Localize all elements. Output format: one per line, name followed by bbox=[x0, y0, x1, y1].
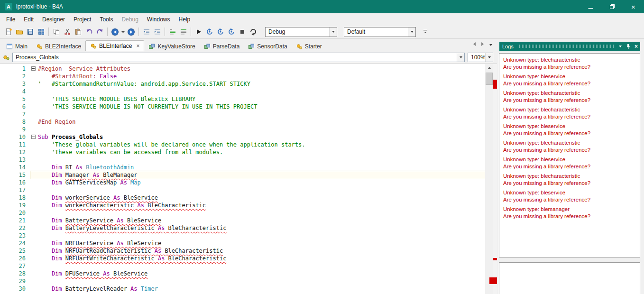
code-editor[interactable]: 1#Region Service Attributes2 #StartAtBoo… bbox=[0, 64, 497, 294]
code-line[interactable]: 19 Dim workerCharacteristic As BleCharac… bbox=[4, 202, 485, 209]
code-line[interactable]: 28 Dim DFUService As BleService bbox=[4, 270, 485, 277]
redo-icon[interactable] bbox=[94, 27, 105, 37]
code-line[interactable]: 23 bbox=[4, 232, 485, 239]
scrollbar-thumb[interactable] bbox=[486, 73, 493, 85]
copy-icon[interactable] bbox=[51, 27, 62, 37]
code-line[interactable]: 26 Dim NRFUartWriteCharacteristic As Ble… bbox=[4, 255, 485, 262]
line-number[interactable]: 10 bbox=[4, 133, 30, 141]
line-number[interactable]: 19 bbox=[4, 202, 30, 209]
line-number[interactable]: 29 bbox=[4, 277, 30, 285]
code-line[interactable]: 16 Dim GATTServicesMap As Map bbox=[4, 179, 485, 186]
outdent-icon[interactable] bbox=[141, 27, 152, 37]
code-line[interactable]: 14 Dim BT As BluetoothAdmin bbox=[4, 164, 485, 171]
error-mark[interactable] bbox=[493, 258, 497, 260]
code-line[interactable]: 6 'THIS SERVICE MODULE IS NOT CURRENTLY … bbox=[4, 103, 485, 110]
clean-project-icon[interactable] bbox=[248, 27, 258, 37]
comment-icon[interactable] bbox=[167, 27, 178, 37]
menu-designer[interactable]: Designer bbox=[38, 14, 69, 25]
code-line[interactable]: 29 bbox=[4, 277, 485, 285]
code-lines[interactable]: 1#Region Service Attributes2 #StartAtBoo… bbox=[0, 64, 485, 294]
line-number[interactable]: 14 bbox=[4, 164, 30, 171]
undo-icon[interactable] bbox=[83, 27, 94, 37]
line-number[interactable]: 23 bbox=[4, 232, 30, 239]
code-line[interactable]: 17 bbox=[4, 186, 485, 194]
menu-debug[interactable]: Debug bbox=[117, 14, 142, 25]
sub-selector-arrow-icon[interactable] bbox=[457, 53, 464, 62]
code-line[interactable]: 21 Dim BatteryService As BleService bbox=[4, 217, 485, 224]
menu-file[interactable]: File bbox=[2, 14, 19, 25]
error-mark[interactable] bbox=[489, 277, 497, 284]
sub-selector-combo[interactable]: Process_Globals bbox=[12, 53, 465, 62]
minimize-button[interactable] bbox=[580, 0, 601, 13]
line-number[interactable]: 25 bbox=[4, 247, 30, 255]
config-combo[interactable]: Debug bbox=[265, 27, 337, 37]
code-line[interactable]: 12 'These variables can be accessed from… bbox=[4, 148, 485, 156]
vertical-scrollbar[interactable] bbox=[485, 64, 493, 294]
code-line[interactable]: 27 bbox=[4, 262, 485, 270]
log-entry[interactable]: Unknown type: blecharacteristicAre you m… bbox=[499, 56, 640, 71]
menu-project[interactable]: Project bbox=[69, 14, 95, 25]
uncomment-icon[interactable] bbox=[178, 27, 189, 37]
log-entry[interactable]: Unknown type: blemanagerAre you missing … bbox=[499, 206, 640, 220]
log-entry[interactable]: Unknown type: blecharacteristicAre you m… bbox=[499, 90, 640, 104]
tab-scroll-left-icon[interactable] bbox=[473, 39, 476, 48]
code-line[interactable]: 5 'THIS SERVICE MODULE USES BleExtEx LIB… bbox=[4, 95, 485, 103]
log-entry[interactable]: Unknown type: bleserviceAre you missing … bbox=[499, 73, 640, 87]
code-line[interactable]: 20 bbox=[4, 209, 485, 217]
code-line[interactable]: 7 bbox=[4, 110, 485, 118]
line-number[interactable]: 9 bbox=[4, 126, 30, 133]
new-module-icon[interactable] bbox=[3, 27, 14, 37]
menu-windows[interactable]: Windows bbox=[143, 14, 175, 25]
tab-parsedata[interactable]: ParseData bbox=[200, 41, 244, 51]
tab-starter[interactable]: Starter bbox=[292, 41, 326, 51]
build-combo-arrow-icon[interactable] bbox=[408, 28, 415, 37]
log-entry[interactable]: Unknown type: bleserviceAre you missing … bbox=[499, 123, 640, 137]
line-number[interactable]: 27 bbox=[4, 262, 30, 270]
log-entry[interactable]: Unknown type: blecharacteristicAre you m… bbox=[499, 139, 640, 154]
code-line[interactable]: 15 Dim Manager As BleManager bbox=[4, 171, 485, 179]
code-line[interactable]: 2 #StartAtBoot: False bbox=[4, 73, 485, 80]
navigate-back-dropdown-icon[interactable] bbox=[120, 27, 126, 37]
resume-icon[interactable] bbox=[204, 27, 215, 37]
line-number[interactable]: 17 bbox=[4, 186, 30, 194]
code-line[interactable]: 22 Dim BatteryLevelCharacteristic As Ble… bbox=[4, 224, 485, 232]
line-number[interactable]: 18 bbox=[4, 194, 30, 202]
modules-icon[interactable] bbox=[36, 27, 46, 37]
scroll-up-button[interactable] bbox=[485, 64, 493, 72]
line-number[interactable]: 12 bbox=[4, 148, 30, 156]
step-into-icon[interactable] bbox=[226, 27, 237, 37]
logs-header[interactable]: Logs × bbox=[499, 42, 640, 51]
line-number[interactable]: 20 bbox=[4, 209, 30, 217]
tab-sensordata[interactable]: SensorData bbox=[244, 41, 291, 51]
log-entry[interactable]: Unknown type: blecharacteristicAre you m… bbox=[499, 106, 640, 120]
line-number[interactable]: 28 bbox=[4, 270, 30, 277]
line-number[interactable]: 3 bbox=[4, 80, 30, 88]
zoom-arrow-icon[interactable] bbox=[485, 53, 493, 62]
line-number[interactable]: 11 bbox=[4, 141, 30, 148]
line-number[interactable]: 7 bbox=[4, 110, 30, 118]
line-number[interactable]: 4 bbox=[4, 88, 30, 95]
fold-collapse-icon[interactable] bbox=[31, 66, 36, 71]
log-entry[interactable]: Unknown type: blecharacteristicAre you m… bbox=[499, 173, 640, 187]
indent-icon[interactable] bbox=[152, 27, 163, 37]
config-combo-arrow-icon[interactable] bbox=[329, 28, 337, 37]
code-line[interactable]: 13 bbox=[4, 156, 485, 164]
logs-pin-icon[interactable] bbox=[624, 42, 632, 51]
cut-icon[interactable] bbox=[62, 27, 73, 37]
paste-icon[interactable] bbox=[73, 27, 83, 37]
build-combo[interactable]: Default bbox=[344, 27, 416, 37]
code-line[interactable]: 4 bbox=[4, 88, 485, 95]
code-line[interactable]: 24 Dim NRFUartService As BleService bbox=[4, 239, 485, 247]
code-line[interactable]: 11 'These global variables will be decla… bbox=[4, 141, 485, 148]
line-number[interactable]: 2 bbox=[4, 73, 30, 80]
code-line[interactable]: 30 Dim BatteryLevelReader As Timer bbox=[4, 285, 485, 293]
line-number[interactable]: 26 bbox=[4, 255, 30, 262]
logs-list[interactable]: Unknown type: blecharacteristicAre you m… bbox=[499, 53, 640, 257]
line-number[interactable]: 13 bbox=[4, 156, 30, 164]
line-number[interactable]: 16 bbox=[4, 179, 30, 186]
save-icon[interactable] bbox=[25, 27, 36, 37]
menu-tools[interactable]: Tools bbox=[95, 14, 117, 25]
code-line[interactable]: 1#Region Service Attributes bbox=[4, 65, 485, 73]
code-line[interactable]: 3' #StartCommandReturnValue: android.app… bbox=[4, 80, 485, 88]
stop-icon[interactable] bbox=[237, 27, 248, 37]
